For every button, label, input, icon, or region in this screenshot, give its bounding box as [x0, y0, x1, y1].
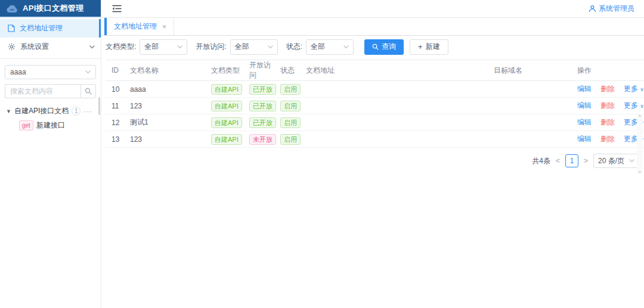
cell-doc-type: 自建API — [208, 114, 246, 131]
column-header: 文档地址 — [302, 60, 490, 81]
cell-doc-type-badge: 自建API — [211, 101, 242, 111]
cell-doc-address — [302, 98, 490, 114]
table-body: 10aaaa自建API已开放启用编辑删除更多 ∨11123自建API已开放启用编… — [106, 81, 644, 148]
cell-status: 启用 — [277, 98, 302, 114]
cloud-api-logo-icon: API — [5, 4, 18, 13]
delete-link[interactable]: 删除 — [600, 118, 615, 126]
edit-link[interactable]: 编辑 — [577, 85, 592, 93]
cell-status: 启用 — [277, 114, 302, 131]
chevron-down-icon — [268, 45, 273, 49]
app-header: API API接口文档管理 — [0, 0, 101, 18]
app-title: API接口文档管理 — [23, 3, 83, 14]
chevron-down-icon — [89, 45, 95, 49]
delete-link[interactable]: 删除 — [600, 85, 615, 93]
scroll-up-icon[interactable]: ▲ — [638, 114, 642, 117]
sidebar: API API接口文档管理 文档地址管理 系统设置 — [0, 0, 101, 308]
sidebar-scrollbar[interactable] — [98, 97, 100, 115]
doc-table: ID文档名称文档类型开放访问状态文档地址目标域名操作 10aaaa自建API已开… — [106, 60, 644, 148]
caret-down-icon[interactable]: ▼ — [6, 108, 11, 114]
open-access-label: 开放访问: — [196, 42, 226, 52]
delete-link[interactable]: 删除 — [600, 101, 615, 110]
next-page-button[interactable]: > — [584, 157, 588, 165]
cell-status-badge: 启用 — [280, 134, 301, 145]
cell-actions: 编辑删除更多 ∨ — [574, 81, 644, 98]
total-count: 共4条 — [532, 156, 550, 166]
chevron-down-icon: ∨ — [640, 103, 644, 109]
more-dropdown-link[interactable]: 更多 ∨ — [624, 85, 644, 93]
table-scrollbar[interactable]: ▲ ▼ — [637, 114, 643, 174]
cell-status: 启用 — [277, 131, 302, 148]
doc-select[interactable]: aaaa — [5, 65, 96, 79]
edit-link[interactable]: 编辑 — [577, 135, 592, 143]
doc-select-value: aaaa — [10, 68, 26, 76]
create-button[interactable]: + 新建 — [410, 39, 448, 55]
page-number-1[interactable]: 1 — [565, 154, 578, 167]
user-name: 系统管理员 — [599, 4, 634, 14]
doc-search-input[interactable] — [5, 84, 80, 98]
main-area: 系统管理员 文档地址管理 × 文档类型: 全部 开放访问: 全部 — [101, 0, 644, 308]
open-access-select[interactable]: 全部 — [230, 39, 278, 55]
cell-status: 启用 — [277, 81, 302, 98]
cell-doc-type: 自建API — [208, 98, 246, 114]
sidebar-item-label: 系统设置 — [20, 42, 49, 52]
top-bar: 系统管理员 — [101, 0, 644, 18]
svg-text:API: API — [10, 8, 14, 11]
scroll-down-icon[interactable]: ▼ — [638, 170, 642, 174]
sidebar-item-label: 文档地址管理 — [20, 23, 63, 33]
pagination: 共4条 < 1 > 20 条/页 — [106, 154, 644, 168]
query-button[interactable]: 查询 — [364, 39, 404, 55]
table-header-row: ID文档名称文档类型开放访问状态文档地址目标域名操作 — [106, 60, 644, 81]
edit-link[interactable]: 编辑 — [577, 101, 592, 110]
cell-id: 12 — [106, 114, 126, 131]
sidebar-menu: 文档地址管理 系统设置 — [0, 18, 101, 56]
tree-more-icon[interactable]: ··· — [83, 107, 92, 116]
table-row: 12测试1自建API已开放启用编辑删除更多 ∨ — [106, 114, 644, 131]
edit-link[interactable]: 编辑 — [577, 118, 592, 126]
tab-bar: 文档地址管理 × — [101, 18, 644, 36]
chevron-down-icon — [85, 70, 91, 74]
sidebar-item-system-settings[interactable]: 系统设置 — [0, 38, 101, 56]
cell-open-access-badge: 未开放 — [249, 134, 276, 145]
cell-id: 13 — [106, 131, 126, 148]
prev-page-button[interactable]: < — [556, 157, 560, 165]
tree-root-label: 自建API接口文档 — [14, 106, 69, 116]
menu-fold-icon[interactable] — [112, 5, 122, 13]
cell-doc-type: 自建API — [208, 81, 246, 98]
cell-target-domain — [490, 114, 574, 131]
gear-icon — [8, 43, 16, 51]
page-size-value: 20 条/页 — [598, 156, 624, 166]
column-header: ID — [106, 60, 126, 81]
filter-bar: 文档类型: 全部 开放访问: 全部 状态: 全部 查询 — [106, 36, 644, 58]
user-menu[interactable]: 系统管理员 — [589, 4, 634, 14]
search-icon-button[interactable] — [80, 84, 96, 98]
cell-doc-name: 测试1 — [126, 114, 208, 131]
page-size-select[interactable]: 20 条/页 — [593, 154, 639, 168]
column-header: 操作 — [574, 60, 644, 81]
delete-link[interactable]: 删除 — [600, 135, 615, 143]
tree-root-node[interactable]: ▼ 自建API接口文档 1 ··· — [6, 106, 96, 116]
cell-open-access: 已开放 — [246, 81, 277, 98]
doc-type-select[interactable]: 全部 — [140, 39, 187, 55]
cell-actions: 编辑删除更多 ∨ — [574, 114, 644, 131]
more-dropdown-link[interactable]: 更多 ∨ — [624, 101, 644, 110]
plus-icon: + — [418, 43, 423, 51]
chevron-down-icon — [629, 159, 634, 163]
close-icon[interactable]: × — [162, 23, 166, 31]
status-select[interactable]: 全部 — [306, 39, 354, 55]
search-icon — [85, 88, 92, 95]
column-header: 文档名称 — [126, 60, 208, 81]
sidebar-item-doc-address[interactable]: 文档地址管理 — [0, 19, 101, 38]
tree-child-node[interactable]: get 新建接口 — [19, 120, 96, 130]
chevron-down-icon — [343, 45, 349, 49]
cell-target-domain — [490, 98, 574, 114]
tab-doc-address[interactable]: 文档地址管理 × — [107, 18, 174, 35]
create-button-label: 新建 — [426, 42, 440, 52]
doc-type-value: 全部 — [144, 42, 159, 52]
cell-doc-type-badge: 自建API — [211, 134, 242, 145]
app-root: API API接口文档管理 文档地址管理 系统设置 — [0, 0, 644, 308]
cell-doc-type-badge: 自建API — [211, 84, 242, 95]
table-row: 13123自建API未开放启用编辑删除更多 ∨ — [106, 131, 644, 148]
cell-doc-address — [302, 81, 490, 98]
document-icon — [8, 24, 15, 32]
cell-actions: 编辑删除更多 ∨ — [574, 98, 644, 114]
